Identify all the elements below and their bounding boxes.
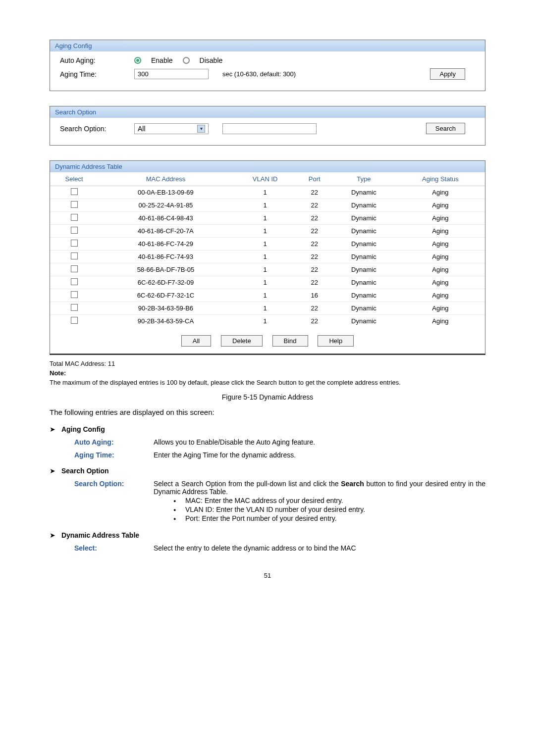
- cell-port: 16: [297, 289, 332, 302]
- search-option-label: Search Option:: [60, 125, 129, 133]
- cell-vlan: 1: [233, 302, 297, 315]
- table-row: 90-2B-34-63-59-B6122DynamicAging: [50, 302, 485, 315]
- apply-button[interactable]: Apply: [430, 68, 465, 80]
- dynamic-table-title: Dynamic Address Table: [50, 161, 485, 172]
- cell-mac: 90-2B-34-63-59-CA: [98, 315, 233, 328]
- row-checkbox[interactable]: [71, 304, 78, 311]
- th-type: Type: [332, 172, 396, 186]
- item-select-desc: Select the entry to delete the dynamic a…: [154, 544, 485, 552]
- aging-config-title: Aging Config: [50, 40, 485, 51]
- table-row: 40-61-86-CF-20-7A122DynamicAging: [50, 225, 485, 238]
- cell-status: Aging: [396, 251, 485, 263]
- cell-type: Dynamic: [332, 263, 396, 276]
- aging-time-label: Aging Time:: [60, 70, 129, 78]
- cell-mac: 6C-62-6D-F7-32-1C: [98, 289, 233, 302]
- arrow-icon: ➤: [50, 531, 59, 539]
- cell-type: Dynamic: [332, 199, 396, 212]
- section-title-aging: Aging Config: [61, 425, 105, 433]
- all-button[interactable]: All: [181, 335, 211, 347]
- cell-port: 22: [297, 251, 332, 263]
- th-mac: MAC Address: [98, 172, 233, 186]
- aging-time-hint: sec (10-630, default: 300): [222, 70, 296, 78]
- section-search-option: ➤ Search Option Search Option: Select a …: [50, 467, 485, 523]
- cell-type: Dynamic: [332, 315, 396, 328]
- aging-config-panel: Aging Config Auto Aging: Enable Disable …: [50, 40, 485, 91]
- cell-port: 22: [297, 315, 332, 328]
- search-button[interactable]: Search: [426, 123, 465, 134]
- row-checkbox[interactable]: [71, 265, 78, 272]
- cell-mac: 00-25-22-4A-91-85: [98, 199, 233, 212]
- dynamic-address-table-panel: Dynamic Address Table Select MAC Address…: [50, 160, 485, 354]
- bullet-mac: MAC: Enter the MAC address of your desir…: [173, 497, 485, 504]
- arrow-icon: ➤: [50, 467, 59, 475]
- cell-vlan: 1: [233, 263, 297, 276]
- search-filter-input[interactable]: [222, 123, 317, 134]
- item-aging-time-label: Aging Time:: [74, 451, 154, 459]
- row-checkbox[interactable]: [71, 252, 78, 259]
- cell-type: Dynamic: [332, 251, 396, 263]
- cell-status: Aging: [396, 186, 485, 199]
- auto-aging-enable-radio[interactable]: [134, 57, 141, 64]
- disable-label: Disable: [200, 56, 223, 64]
- delete-button[interactable]: Delete: [221, 335, 263, 347]
- auto-aging-disable-radio[interactable]: [183, 57, 190, 64]
- search-option-dropdown[interactable]: All ▾: [134, 123, 209, 134]
- item-auto-aging-desc: Allows you to Enable/Disable the Auto Ag…: [154, 438, 485, 446]
- cell-type: Dynamic: [332, 225, 396, 238]
- row-checkbox[interactable]: [71, 188, 78, 195]
- help-button[interactable]: Help: [318, 335, 354, 347]
- aging-time-input[interactable]: [134, 69, 209, 79]
- table-row: 00-25-22-4A-91-85122DynamicAging: [50, 199, 485, 212]
- row-checkbox[interactable]: [71, 201, 78, 208]
- cell-port: 22: [297, 302, 332, 315]
- item-select-label: Select:: [74, 544, 154, 552]
- cell-vlan: 1: [233, 199, 297, 212]
- bind-button[interactable]: Bind: [272, 335, 308, 347]
- cell-type: Dynamic: [332, 302, 396, 315]
- cell-port: 22: [297, 225, 332, 238]
- note-label: Note:: [50, 369, 485, 377]
- cell-vlan: 1: [233, 225, 297, 238]
- cell-mac: 6C-62-6D-F7-32-09: [98, 276, 233, 289]
- chevron-down-icon: ▾: [197, 125, 205, 133]
- search-option-selected: All: [138, 125, 146, 133]
- figure-caption: Figure 5-15 Dynamic Address: [50, 393, 485, 401]
- section-title-search: Search Option: [61, 467, 109, 475]
- item-auto-aging-label: Auto Aging:: [74, 438, 154, 446]
- th-port: Port: [297, 172, 332, 186]
- cell-vlan: 1: [233, 315, 297, 328]
- page-number: 51: [50, 572, 485, 579]
- divider: [50, 354, 485, 355]
- cell-vlan: 1: [233, 212, 297, 225]
- row-checkbox[interactable]: [71, 214, 78, 221]
- row-checkbox[interactable]: [71, 291, 78, 298]
- cell-vlan: 1: [233, 276, 297, 289]
- table-row: 90-2B-34-63-59-CA122DynamicAging: [50, 315, 485, 328]
- row-checkbox[interactable]: [71, 240, 78, 247]
- row-checkbox[interactable]: [71, 317, 78, 324]
- cell-status: Aging: [396, 263, 485, 276]
- row-checkbox[interactable]: [71, 227, 78, 234]
- cell-status: Aging: [396, 315, 485, 328]
- section-aging-config: ➤ Aging Config Auto Aging: Allows you to…: [50, 425, 485, 459]
- cell-mac: 90-2B-34-63-59-B6: [98, 302, 233, 315]
- note-text: The maximum of the displayed entries is …: [50, 379, 485, 386]
- table-row: 6C-62-6D-F7-32-1C116DynamicAging: [50, 289, 485, 302]
- cell-status: Aging: [396, 225, 485, 238]
- section-title-dynamic: Dynamic Address Table: [61, 531, 139, 539]
- cell-status: Aging: [396, 212, 485, 225]
- table-row: 40-61-86-C4-98-43122DynamicAging: [50, 212, 485, 225]
- cell-vlan: 1: [233, 238, 297, 251]
- arrow-icon: ➤: [50, 425, 59, 433]
- cell-mac: 40-61-86-FC-74-93: [98, 251, 233, 263]
- cell-mac: 40-61-86-CF-20-7A: [98, 225, 233, 238]
- item-aging-time-desc: Enter the Aging Time for the dynamic add…: [154, 451, 485, 459]
- cell-vlan: 1: [233, 186, 297, 199]
- th-select: Select: [50, 172, 98, 186]
- row-checkbox[interactable]: [71, 278, 78, 285]
- cell-status: Aging: [396, 289, 485, 302]
- total-mac-count: Total MAC Address: 11: [50, 360, 485, 367]
- th-vlan: VLAN ID: [233, 172, 297, 186]
- enable-label: Enable: [151, 56, 173, 64]
- dynamic-address-table: Select MAC Address VLAN ID Port Type Agi…: [50, 172, 485, 327]
